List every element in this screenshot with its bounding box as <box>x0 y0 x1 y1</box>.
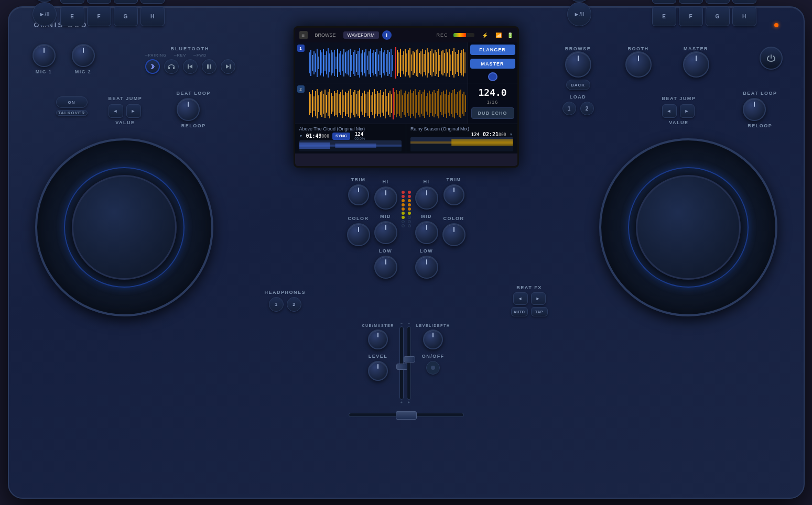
beat-loop-knob[interactable] <box>177 98 200 121</box>
fx-dubecho-button[interactable]: DUB ECHO <box>471 107 514 119</box>
svg-rect-49 <box>373 50 374 75</box>
fx-flanger-button[interactable]: FLANGER <box>470 45 515 55</box>
svg-rect-185 <box>432 92 433 116</box>
on-off-button[interactable] <box>426 361 440 375</box>
info-icon[interactable]: i <box>382 30 392 40</box>
back-button[interactable]: BACK <box>566 80 590 90</box>
headphones-monitor-button[interactable] <box>164 59 179 74</box>
fx-master-button[interactable]: MASTER <box>470 59 515 69</box>
beat-fx-right-button[interactable]: ► <box>531 292 546 305</box>
menu-icon[interactable]: ≡ <box>299 31 308 39</box>
svg-rect-168 <box>405 91 406 117</box>
svg-rect-114 <box>320 92 321 115</box>
svg-rect-112 <box>317 89 318 118</box>
prev-button[interactable] <box>183 59 198 74</box>
low-right-knob[interactable] <box>415 256 438 279</box>
trim-right-knob[interactable] <box>443 184 464 205</box>
svg-rect-91 <box>441 51 442 74</box>
svg-rect-60 <box>391 49 392 77</box>
beat-jump-right-left-button[interactable]: ◄ <box>662 104 677 118</box>
pad-right-a[interactable]: A <box>652 0 676 4</box>
svg-rect-8 <box>309 52 310 73</box>
on-button[interactable]: ON <box>56 96 88 108</box>
pad-right-e[interactable]: E <box>652 6 676 26</box>
browse-tab[interactable]: BROWSE <box>311 31 340 39</box>
tap-button[interactable]: TAP <box>531 307 548 316</box>
pad-left-f[interactable]: F <box>87 6 111 26</box>
browse-right-knob[interactable] <box>565 51 591 78</box>
play-left-button[interactable]: ►/II <box>33 2 57 26</box>
load2-button[interactable]: 2 <box>580 102 594 115</box>
pad-right-f[interactable]: F <box>679 6 703 26</box>
beat-jump-right-right-button[interactable]: ► <box>680 104 695 118</box>
hi-left-knob[interactable] <box>374 186 397 210</box>
load1-button[interactable]: 1 <box>562 102 576 115</box>
vu-right-dark <box>408 216 411 219</box>
mic1-knob[interactable] <box>33 44 56 67</box>
svg-rect-113 <box>318 95 319 112</box>
booth-knob[interactable] <box>625 51 652 78</box>
svg-rect-147 <box>371 95 372 112</box>
pad-left-d[interactable]: D <box>140 0 165 4</box>
pad-left-c[interactable]: C <box>114 0 138 4</box>
deck2-waveform-area: 2 <box>295 83 517 124</box>
play-pause-button[interactable] <box>202 59 216 74</box>
svg-rect-146 <box>369 90 370 118</box>
pad-right-c[interactable]: C <box>706 0 730 4</box>
waveform-tab[interactable]: WAVEFORM <box>343 31 379 39</box>
trim-left-knob[interactable] <box>348 184 369 205</box>
level-knob[interactable] <box>368 361 388 381</box>
mic2-knob[interactable] <box>72 44 95 67</box>
hp2-button[interactable]: 2 <box>287 297 301 312</box>
pad-right-d[interactable]: D <box>732 0 756 4</box>
hi-right-knob[interactable] <box>415 186 438 210</box>
channel2-fader[interactable] <box>407 326 411 400</box>
color-right-knob[interactable] <box>442 223 465 246</box>
cue-master-knob[interactable] <box>368 330 388 349</box>
mid-left-knob[interactable] <box>374 221 397 244</box>
level-depth-knob[interactable] <box>423 330 443 349</box>
left-jog-wheel[interactable] <box>35 138 213 316</box>
beat-jump-right-button[interactable]: ► <box>126 104 141 118</box>
hp1-button[interactable]: 1 <box>269 297 284 312</box>
bluetooth-pairing-button[interactable] <box>145 59 160 74</box>
auto-button[interactable]: AUTO <box>511 307 528 316</box>
pad-left-g[interactable]: G <box>114 6 138 26</box>
svg-rect-118 <box>326 95 327 113</box>
talkover-area: ON TALKOVER <box>56 96 88 116</box>
pad-left-a[interactable]: A <box>60 0 84 4</box>
beat-jump-left-button[interactable]: ◄ <box>109 104 123 118</box>
svg-rect-5 <box>210 64 211 69</box>
beat-loop-right-label: BEAT LOOP <box>743 91 777 96</box>
pad-right-g[interactable]: G <box>706 6 730 26</box>
channel1-fader[interactable] <box>399 326 404 400</box>
level-depth-label: LEVEL/DEPTH <box>416 324 450 327</box>
talkover-button[interactable]: TALKOVER <box>56 110 88 116</box>
beat-loop-right-knob[interactable] <box>743 98 766 121</box>
center-mixer: TRIM COLOR HI MID LOW <box>261 170 552 498</box>
headphones-area: HEADPHONES 1 2 <box>265 288 306 312</box>
svg-rect-156 <box>385 89 386 118</box>
svg-rect-72 <box>411 54 412 71</box>
pad-right-h[interactable]: H <box>732 6 756 26</box>
svg-rect-96 <box>449 49 450 77</box>
mid-right-knob[interactable] <box>415 221 438 244</box>
power-button[interactable] <box>760 47 783 70</box>
low-left-knob[interactable] <box>374 256 397 279</box>
next-button[interactable] <box>221 59 235 74</box>
sync-button-screen[interactable]: SYNC <box>332 133 350 140</box>
beat-fx-left-button[interactable]: ◄ <box>513 292 528 305</box>
play-right-button[interactable]: ►/II <box>567 2 591 26</box>
pad-left-e[interactable]: E <box>60 6 84 26</box>
svg-rect-45 <box>367 56 368 70</box>
crossfader[interactable] <box>349 413 464 417</box>
right-jog-wheel[interactable] <box>599 138 777 316</box>
color-left-knob[interactable] <box>347 223 370 246</box>
pad-left-h[interactable]: H <box>140 6 165 26</box>
booth-label: BOOTH <box>628 46 649 51</box>
pad-right-b[interactable]: B <box>679 0 703 4</box>
svg-rect-27 <box>339 53 340 72</box>
pad-left-b[interactable]: B <box>87 0 111 4</box>
main-screen[interactable]: ≡ BROWSE WAVEFORM i REC ⚡ 📶 🔋 <box>294 26 519 168</box>
master-knob[interactable] <box>683 51 709 78</box>
